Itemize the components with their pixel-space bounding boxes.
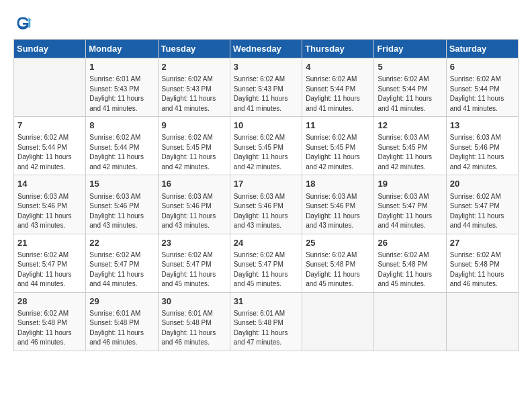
day-number: 26	[378, 237, 442, 249]
day-header-wednesday: Wednesday	[230, 40, 302, 58]
day-detail: Sunrise: 6:02 AM Sunset: 5:47 PM Dayligh…	[89, 250, 154, 289]
day-detail: Sunrise: 6:03 AM Sunset: 5:46 PM Dayligh…	[89, 192, 154, 231]
day-number: 27	[450, 237, 515, 249]
day-number: 19	[378, 178, 442, 190]
calendar-cell: 13Sunrise: 6:03 AM Sunset: 5:46 PM Dayli…	[446, 117, 518, 175]
day-detail: Sunrise: 6:01 AM Sunset: 5:48 PM Dayligh…	[89, 309, 154, 348]
day-detail: Sunrise: 6:02 AM Sunset: 5:44 PM Dayligh…	[450, 75, 515, 113]
day-number: 25	[306, 237, 370, 249]
day-detail: Sunrise: 6:02 AM Sunset: 5:44 PM Dayligh…	[378, 75, 442, 113]
day-number: 18	[306, 178, 370, 190]
logo-icon	[13, 13, 32, 32]
day-detail: Sunrise: 6:01 AM Sunset: 5:48 PM Dayligh…	[234, 309, 298, 348]
calendar-cell: 22Sunrise: 6:02 AM Sunset: 5:47 PM Dayli…	[86, 234, 158, 292]
day-number: 13	[450, 120, 515, 132]
calendar-cell: 15Sunrise: 6:03 AM Sunset: 5:46 PM Dayli…	[86, 175, 158, 234]
day-detail: Sunrise: 6:03 AM Sunset: 5:45 PM Dayligh…	[378, 133, 442, 172]
day-detail: Sunrise: 6:03 AM Sunset: 5:47 PM Dayligh…	[378, 192, 442, 231]
day-detail: Sunrise: 6:02 AM Sunset: 5:47 PM Dayligh…	[17, 250, 82, 289]
calendar-cell: 11Sunrise: 6:02 AM Sunset: 5:45 PM Dayli…	[302, 117, 374, 175]
day-number: 14	[17, 178, 82, 190]
calendar-cell: 16Sunrise: 6:03 AM Sunset: 5:46 PM Dayli…	[158, 175, 230, 234]
calendar-cell	[374, 292, 446, 351]
calendar-cell: 26Sunrise: 6:02 AM Sunset: 5:48 PM Dayli…	[374, 234, 446, 292]
page-header	[13, 13, 519, 32]
week-row-2: 7Sunrise: 6:02 AM Sunset: 5:44 PM Daylig…	[14, 117, 519, 175]
calendar-cell	[446, 292, 518, 351]
day-detail: Sunrise: 6:03 AM Sunset: 5:46 PM Dayligh…	[162, 192, 226, 231]
day-header-thursday: Thursday	[302, 40, 374, 58]
calendar-cell: 5Sunrise: 6:02 AM Sunset: 5:44 PM Daylig…	[374, 58, 446, 117]
day-number: 5	[378, 61, 442, 73]
day-number: 28	[17, 295, 82, 308]
day-header-sunday: Sunday	[14, 40, 86, 58]
calendar-cell: 30Sunrise: 6:01 AM Sunset: 5:48 PM Dayli…	[158, 292, 230, 351]
day-detail: Sunrise: 6:02 AM Sunset: 5:45 PM Dayligh…	[306, 133, 370, 172]
day-number: 22	[89, 237, 154, 249]
day-number: 11	[306, 120, 370, 132]
calendar-cell: 19Sunrise: 6:03 AM Sunset: 5:47 PM Dayli…	[374, 175, 446, 234]
calendar-cell: 4Sunrise: 6:02 AM Sunset: 5:44 PM Daylig…	[302, 58, 374, 117]
calendar-cell: 9Sunrise: 6:02 AM Sunset: 5:45 PM Daylig…	[158, 117, 230, 175]
calendar-cell: 29Sunrise: 6:01 AM Sunset: 5:48 PM Dayli…	[86, 292, 158, 351]
calendar-cell: 27Sunrise: 6:02 AM Sunset: 5:48 PM Dayli…	[446, 234, 518, 292]
day-detail: Sunrise: 6:03 AM Sunset: 5:46 PM Dayligh…	[450, 133, 515, 172]
calendar-cell: 17Sunrise: 6:03 AM Sunset: 5:46 PM Dayli…	[230, 175, 302, 234]
week-row-1: 1Sunrise: 6:01 AM Sunset: 5:43 PM Daylig…	[14, 58, 519, 117]
day-detail: Sunrise: 6:02 AM Sunset: 5:44 PM Dayligh…	[89, 133, 154, 172]
day-number: 10	[234, 120, 298, 132]
day-detail: Sunrise: 6:03 AM Sunset: 5:46 PM Dayligh…	[234, 192, 298, 231]
day-number: 23	[162, 237, 226, 249]
calendar-cell: 25Sunrise: 6:02 AM Sunset: 5:48 PM Dayli…	[302, 234, 374, 292]
calendar-cell: 2Sunrise: 6:02 AM Sunset: 5:43 PM Daylig…	[158, 58, 230, 117]
day-number: 21	[17, 237, 82, 249]
day-number: 29	[89, 295, 154, 308]
day-header-monday: Monday	[86, 40, 158, 58]
week-row-4: 21Sunrise: 6:02 AM Sunset: 5:47 PM Dayli…	[14, 234, 519, 292]
calendar-cell: 24Sunrise: 6:02 AM Sunset: 5:47 PM Dayli…	[230, 234, 302, 292]
calendar-cell: 21Sunrise: 6:02 AM Sunset: 5:47 PM Dayli…	[14, 234, 86, 292]
day-detail: Sunrise: 6:02 AM Sunset: 5:47 PM Dayligh…	[450, 192, 515, 231]
day-number: 6	[450, 61, 515, 73]
calendar-cell: 20Sunrise: 6:02 AM Sunset: 5:47 PM Dayli…	[446, 175, 518, 234]
day-number: 7	[17, 120, 82, 132]
day-number: 9	[162, 120, 226, 132]
days-header-row: SundayMondayTuesdayWednesdayThursdayFrid…	[14, 40, 519, 58]
calendar-cell: 10Sunrise: 6:02 AM Sunset: 5:45 PM Dayli…	[230, 117, 302, 175]
day-number: 1	[89, 61, 154, 73]
day-header-friday: Friday	[374, 40, 446, 58]
day-number: 16	[162, 178, 226, 190]
day-detail: Sunrise: 6:02 AM Sunset: 5:43 PM Dayligh…	[162, 75, 226, 113]
calendar-cell: 3Sunrise: 6:02 AM Sunset: 5:43 PM Daylig…	[230, 58, 302, 117]
calendar-cell: 7Sunrise: 6:02 AM Sunset: 5:44 PM Daylig…	[14, 117, 86, 175]
calendar-cell: 14Sunrise: 6:03 AM Sunset: 5:46 PM Dayli…	[14, 175, 86, 234]
day-detail: Sunrise: 6:02 AM Sunset: 5:44 PM Dayligh…	[17, 133, 82, 172]
day-detail: Sunrise: 6:02 AM Sunset: 5:45 PM Dayligh…	[162, 133, 226, 172]
calendar-cell: 28Sunrise: 6:02 AM Sunset: 5:48 PM Dayli…	[14, 292, 86, 351]
day-number: 17	[234, 178, 298, 190]
calendar-cell	[14, 58, 86, 117]
day-number: 2	[162, 61, 226, 73]
calendar-cell: 1Sunrise: 6:01 AM Sunset: 5:43 PM Daylig…	[86, 58, 158, 117]
day-detail: Sunrise: 6:01 AM Sunset: 5:43 PM Dayligh…	[89, 75, 154, 113]
day-detail: Sunrise: 6:02 AM Sunset: 5:48 PM Dayligh…	[17, 309, 82, 348]
day-number: 4	[306, 61, 370, 73]
day-detail: Sunrise: 6:02 AM Sunset: 5:47 PM Dayligh…	[162, 250, 226, 289]
day-detail: Sunrise: 6:02 AM Sunset: 5:48 PM Dayligh…	[450, 250, 515, 289]
week-row-5: 28Sunrise: 6:02 AM Sunset: 5:48 PM Dayli…	[14, 292, 519, 351]
calendar-cell: 31Sunrise: 6:01 AM Sunset: 5:48 PM Dayli…	[230, 292, 302, 351]
day-detail: Sunrise: 6:02 AM Sunset: 5:47 PM Dayligh…	[234, 250, 298, 289]
calendar-cell: 18Sunrise: 6:03 AM Sunset: 5:46 PM Dayli…	[302, 175, 374, 234]
day-detail: Sunrise: 6:01 AM Sunset: 5:48 PM Dayligh…	[162, 309, 226, 348]
day-number: 15	[89, 178, 154, 190]
calendar-table: SundayMondayTuesdayWednesdayThursdayFrid…	[13, 39, 519, 351]
day-detail: Sunrise: 6:02 AM Sunset: 5:43 PM Dayligh…	[234, 75, 298, 113]
week-row-3: 14Sunrise: 6:03 AM Sunset: 5:46 PM Dayli…	[14, 175, 519, 234]
logo	[13, 13, 35, 32]
calendar-cell: 6Sunrise: 6:02 AM Sunset: 5:44 PM Daylig…	[446, 58, 518, 117]
day-header-tuesday: Tuesday	[158, 40, 230, 58]
day-detail: Sunrise: 6:03 AM Sunset: 5:46 PM Dayligh…	[306, 192, 370, 231]
day-detail: Sunrise: 6:02 AM Sunset: 5:44 PM Dayligh…	[306, 75, 370, 113]
calendar-cell: 8Sunrise: 6:02 AM Sunset: 5:44 PM Daylig…	[86, 117, 158, 175]
calendar-cell	[302, 292, 374, 351]
